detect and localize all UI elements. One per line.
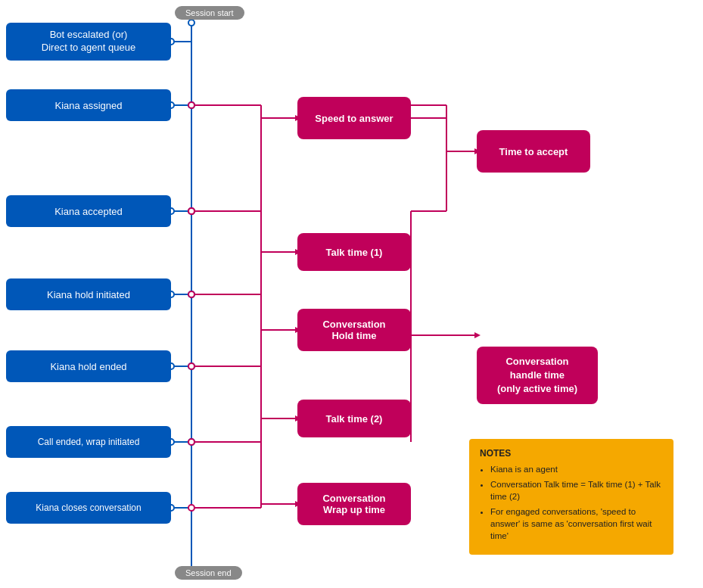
- event-kiana-assigned: Kiana assigned: [6, 89, 171, 121]
- notes-title: NOTES: [480, 448, 663, 459]
- metric-talk-time-1: Talk time (1): [297, 233, 411, 271]
- metric-speed-to-answer: Speed to answer: [297, 97, 411, 139]
- svg-point-25: [188, 102, 194, 108]
- event-label: Kiana hold initiated: [47, 289, 130, 300]
- event-call-ended: Call ended, wrap initiated: [6, 426, 171, 458]
- svg-point-51: [188, 291, 194, 297]
- notes-list: Kiana is an agent Conversation Talk time…: [480, 463, 663, 543]
- event-kiana-hold-ended: Kiana hold ended: [6, 350, 171, 382]
- notes-item-1: Conversation Talk time = Talk time (1) +…: [490, 478, 663, 502]
- event-label: Kiana accepted: [54, 206, 123, 217]
- metric-label: Time to accept: [499, 146, 568, 157]
- event-kiana-hold-initiated: Kiana hold initiated: [6, 278, 171, 310]
- metric-label: Talk time (2): [326, 413, 383, 425]
- event-bot-escalated: Bot escalated (or) Direct to agent queue: [6, 23, 171, 61]
- metric-label: Conversation Wrap up time: [322, 493, 385, 515]
- event-label: Kiana hold ended: [50, 361, 126, 372]
- notes-item-2: For engaged conversations, 'speed to ans…: [490, 506, 663, 542]
- svg-point-57: [188, 505, 194, 511]
- event-kiana-accepted: Kiana accepted: [6, 195, 171, 227]
- event-label: Kiana closes conversation: [36, 502, 141, 513]
- notes-box: NOTES Kiana is an agent Conversation Tal…: [469, 439, 673, 555]
- metric-talk-time-2: Talk time (2): [297, 400, 411, 437]
- svg-point-53: [188, 363, 194, 369]
- session-start-badge: Session start: [175, 6, 244, 20]
- metric-label: Conversation Hold time: [322, 319, 385, 341]
- metric-label: Conversation handle time (only active ti…: [497, 355, 577, 397]
- metric-conv-wrap-up: Conversation Wrap up time: [297, 483, 411, 525]
- metric-conv-hold-time: Conversation Hold time: [297, 309, 411, 351]
- metric-label: Speed to answer: [315, 113, 393, 124]
- event-kiana-closes: Kiana closes conversation: [6, 492, 171, 524]
- svg-point-55: [188, 439, 194, 445]
- metric-label: Talk time (1): [326, 247, 383, 258]
- notes-item-0: Kiana is an agent: [490, 463, 663, 475]
- svg-marker-61: [474, 332, 481, 338]
- session-end-badge: Session end: [175, 566, 242, 580]
- event-label: Call ended, wrap initiated: [38, 437, 140, 447]
- diagram-container: Session start Session end Bot escalated …: [0, 0, 703, 588]
- svg-point-1: [188, 20, 194, 26]
- event-label: Kiana assigned: [55, 100, 123, 111]
- svg-point-49: [188, 208, 194, 214]
- metric-conv-handle-time: Conversation handle time (only active ti…: [477, 347, 598, 404]
- event-label: Bot escalated (or) Direct to agent queue: [42, 29, 135, 54]
- metric-time-to-accept: Time to accept: [477, 130, 590, 173]
